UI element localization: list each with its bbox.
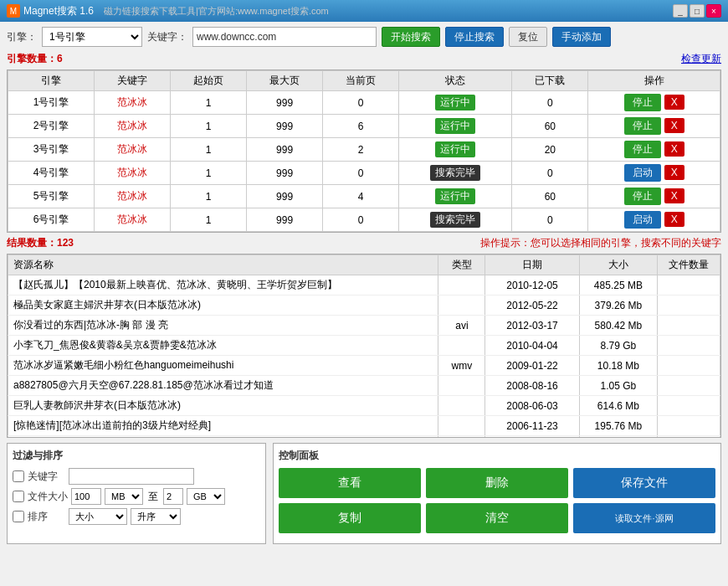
action-start-btn-3[interactable]: 启动 xyxy=(624,164,661,182)
minimize-button[interactable]: _ xyxy=(673,4,688,18)
keyword-filter-label: 关键字 xyxy=(28,470,65,484)
filter-sort-row: 排序 大小日期名称 升序降序 xyxy=(13,508,260,525)
keyword-input[interactable] xyxy=(192,27,377,47)
delete-engine-btn-3[interactable]: X xyxy=(664,165,684,180)
result-size-4: 10.18 Mb xyxy=(579,356,658,376)
action-stop-btn-2[interactable]: 停止 xyxy=(624,141,661,158)
search-button[interactable]: 开始搜索 xyxy=(382,27,440,47)
manual-add-button[interactable]: 手动添加 xyxy=(552,27,611,47)
keyword-label: 关键字： xyxy=(147,30,187,44)
clear-button[interactable]: 清空 xyxy=(426,503,568,533)
engine-status-0: 运行中 xyxy=(398,91,511,115)
engine-startpage-4: 1 xyxy=(171,185,247,208)
action-start-btn-5[interactable]: 启动 xyxy=(624,211,661,229)
col-filecount: 文件数量 xyxy=(658,255,720,275)
col-date: 日期 xyxy=(485,255,579,275)
delete-engine-btn-0[interactable]: X xyxy=(664,95,684,110)
engine-keyword-5: 范冰冰 xyxy=(95,208,171,232)
result-name-1: 極品美女家庭主婦沢井芽衣(日本版范冰冰) xyxy=(8,296,438,316)
delete-engine-btn-2[interactable]: X xyxy=(664,141,684,157)
sort-field-select[interactable]: 大小日期名称 xyxy=(69,508,127,525)
delete-button[interactable]: 删除 xyxy=(426,468,568,498)
result-type-0 xyxy=(438,275,485,296)
delete-engine-btn-4[interactable]: X xyxy=(664,188,684,203)
list-item[interactable]: 【赵氏孤儿】【2010最新上映喜优、范冰冰、黄晓明、王学圻贺岁巨制】 2010-… xyxy=(8,275,720,296)
action-stop-btn-0[interactable]: 停止 xyxy=(624,94,661,111)
stop-button[interactable]: 停止搜索 xyxy=(445,27,504,47)
result-count-1 xyxy=(658,296,720,316)
engine-curpage-3: 0 xyxy=(323,162,399,185)
engine-action-1[interactable]: 停止X xyxy=(588,115,720,138)
filesize-from-unit-select[interactable]: MBGB xyxy=(105,488,143,505)
filesize-from-input[interactable] xyxy=(71,488,101,505)
maximize-button[interactable]: □ xyxy=(690,4,705,18)
search-results-container[interactable]: 资源名称 类型 日期 大小 文件数量 【赵氏孤儿】【2010最新上映喜优、范冰冰… xyxy=(7,254,721,438)
list-item[interactable]: [惊艳迷情][范冰冰出道前拍的3级片绝对经典] 2006-11-23 195.7… xyxy=(8,416,720,436)
result-count-4 xyxy=(658,356,720,376)
engine-keyword-2: 范冰冰 xyxy=(95,138,171,162)
load-file-button[interactable]: 读取文件·源网 xyxy=(573,503,715,533)
engine-action-5[interactable]: 启动X xyxy=(588,208,720,232)
result-name-3: 小李飞刀_焦恩俊&黄蓉&吴京&贾静雯&范冰冰 xyxy=(8,336,438,356)
result-date-1: 2012-05-22 xyxy=(485,296,579,316)
view-button[interactable]: 查看 xyxy=(279,468,421,498)
engine-action-0[interactable]: 停止X xyxy=(588,91,720,115)
result-type-6 xyxy=(438,396,485,416)
delete-engine-btn-5[interactable]: X xyxy=(664,212,684,227)
engine-name-3: 4号引擎 xyxy=(8,162,95,185)
engine-maxpage-2: 999 xyxy=(247,138,323,162)
engine-label: 引擎： xyxy=(7,30,37,44)
filesize-to-unit-select[interactable]: GBMB xyxy=(187,488,225,505)
reset-button[interactable]: 复位 xyxy=(509,27,547,47)
engine-select[interactable]: 1号引擎 2号引擎 3号引擎 4号引擎 5号引擎 6号引擎 xyxy=(42,27,142,47)
copy-button[interactable]: 复制 xyxy=(279,503,421,533)
engine-keyword-1: 范冰冰 xyxy=(95,115,171,138)
title-bar: M Magnet搜索 1.6 磁力链接搜索下载工具|官方网站:www.magne… xyxy=(0,0,728,22)
action-stop-btn-1[interactable]: 停止 xyxy=(624,117,661,135)
window-controls[interactable]: _ □ × xyxy=(673,4,721,18)
list-item[interactable]: 極品美女家庭主婦沢井芽衣(日本版范冰冰) 2012-05-22 379.26 M… xyxy=(8,296,720,316)
close-button[interactable]: × xyxy=(706,4,721,18)
col-status: 状态 xyxy=(398,71,511,91)
result-type-1 xyxy=(438,296,485,316)
engine-startpage-2: 1 xyxy=(171,138,247,162)
list-item[interactable]: 你没看过的东西|范冰冰-胸 部 漫 亮 avi 2012-03-17 580.4… xyxy=(8,316,720,336)
save-file-button[interactable]: 保存文件 xyxy=(573,468,715,498)
engine-downloaded-3: 0 xyxy=(512,162,588,185)
engine-keyword-0: 范冰冰 xyxy=(95,91,171,115)
engine-action-2[interactable]: 停止X xyxy=(588,138,720,162)
col-downloaded: 已下载 xyxy=(512,71,588,91)
control-row-1: 查看 删除 保存文件 xyxy=(279,468,715,498)
result-count-2 xyxy=(658,316,720,336)
list-item[interactable]: [惊艳迷情][范冰冰出道前拍的3级片绝对经典] 2006-11-11 200.2… xyxy=(8,436,720,439)
keyword-filter-input[interactable] xyxy=(69,468,194,485)
result-size-1: 379.26 Mb xyxy=(579,296,658,316)
list-item[interactable]: 巨乳人妻教師沢井芽衣(日本版范冰冰) 2008-06-03 614.6 Mb xyxy=(8,396,720,416)
engine-startpage-5: 1 xyxy=(171,208,247,232)
result-type-2: avi xyxy=(438,316,485,336)
keyword-checkbox[interactable] xyxy=(13,470,24,482)
sort-order-select[interactable]: 升序降序 xyxy=(131,508,181,525)
result-size-6: 614.6 Mb xyxy=(579,396,658,416)
col-size: 大小 xyxy=(579,255,658,275)
engine-keyword-4: 范冰冰 xyxy=(95,185,171,208)
check-update-link[interactable]: 检查更新 xyxy=(681,52,721,66)
sort-checkbox[interactable] xyxy=(13,511,24,522)
list-item[interactable]: 小李飞刀_焦恩俊&黄蓉&吴京&贾静雯&范冰冰 2010-04-04 8.79 G… xyxy=(8,336,720,356)
filesize-to-input[interactable] xyxy=(163,488,183,505)
result-name-5: a8827805@六月天空@67.228.81.185@范冰冰看过才知道 xyxy=(8,376,438,396)
filesize-checkbox[interactable] xyxy=(13,491,24,502)
list-item[interactable]: a8827805@六月天空@67.228.81.185@范冰冰看过才知道 200… xyxy=(8,376,720,396)
result-size-7: 195.76 Mb xyxy=(579,416,658,436)
result-count-7 xyxy=(658,416,720,436)
engine-downloaded-5: 0 xyxy=(512,208,588,232)
engine-keyword-3: 范冰冰 xyxy=(95,162,171,185)
result-date-8: 2006-11-11 xyxy=(485,436,579,439)
list-item[interactable]: 范冰冰岁逼紧嫩毛细小粉红色hanguomeimeihushi wmv 2009-… xyxy=(8,356,720,376)
engine-action-4[interactable]: 停止X xyxy=(588,185,720,208)
engine-action-3[interactable]: 启动X xyxy=(588,162,720,185)
engine-downloaded-1: 60 xyxy=(512,115,588,138)
action-stop-btn-4[interactable]: 停止 xyxy=(624,188,661,205)
delete-engine-btn-1[interactable]: X xyxy=(664,118,684,133)
bottom-section: 过滤与排序 关键字 文件大小 MBGB 至 GBMB xyxy=(7,443,721,544)
